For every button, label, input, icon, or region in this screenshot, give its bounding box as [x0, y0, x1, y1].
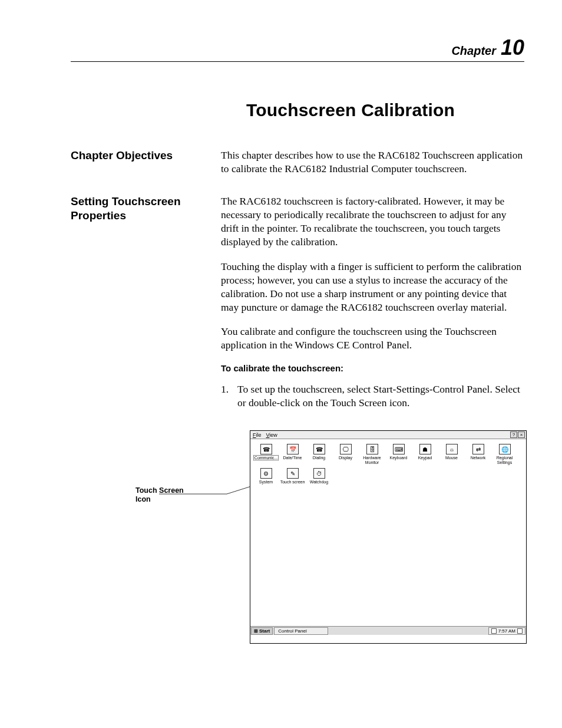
- app-icon: ⍝: [446, 444, 458, 454]
- taskbar-task[interactable]: Control Panel: [274, 627, 328, 635]
- icon-label: Regional Settings: [491, 456, 518, 465]
- app-icon: 📅: [287, 444, 299, 454]
- control-panel-icon[interactable]: 📅Date/Time: [279, 444, 306, 465]
- step-text: To set up the touchscreen, select Start-…: [237, 383, 524, 410]
- procedure-step: 1. To set up the touchscreen, select Sta…: [221, 383, 524, 410]
- control-panel-window: File View ? × ☎Communic...📅Date/Time☎Dia…: [250, 430, 527, 644]
- icon-label: Display: [339, 456, 352, 460]
- icon-label: Watchdog: [310, 480, 328, 484]
- help-button[interactable]: ?: [510, 431, 517, 438]
- control-panel-icon[interactable]: 🖵Display: [332, 444, 359, 465]
- tray-icon[interactable]: [491, 628, 497, 634]
- tray-icon[interactable]: [517, 628, 523, 634]
- icon-label: Date/Time: [283, 456, 302, 460]
- app-icon: ☎: [313, 444, 325, 454]
- figure: Touch Screen Icon File View ? × ☎Communi…: [135, 430, 524, 648]
- section-heading-setting: Setting Touchscreen Properties: [71, 195, 221, 223]
- control-panel-icon[interactable]: ⍝Mouse: [438, 444, 465, 465]
- system-tray: 7:57 AM: [488, 627, 525, 635]
- taskbar: ⊞ Start Control Panel 7:57 AM: [250, 626, 526, 635]
- menu-view[interactable]: View: [266, 432, 277, 438]
- icon-label: Dialing: [313, 456, 325, 460]
- chapter-number: 10: [501, 35, 524, 60]
- procedure-heading: To calibrate the touchscreen:: [221, 363, 524, 374]
- chapter-label: Chapter: [451, 44, 496, 57]
- control-panel-icon[interactable]: 🌐Regional Settings: [491, 444, 518, 465]
- icon-label: Keypad: [418, 456, 432, 460]
- icon-label: Mouse: [445, 456, 458, 460]
- section-heading-objectives: Chapter Objectives: [71, 149, 221, 163]
- page-title: Touchscreen Calibration: [177, 100, 524, 120]
- body-paragraph: Touching the display with a finger is su…: [221, 260, 524, 314]
- start-button[interactable]: ⊞ Start: [251, 627, 273, 635]
- app-icon: ⌨: [393, 444, 405, 454]
- control-panel-icon[interactable]: ⇄Network: [465, 444, 491, 465]
- app-icon: ☎: [260, 444, 272, 454]
- icon-label: Hardware Monitor: [359, 456, 385, 465]
- control-panel-icon[interactable]: 🗄Hardware Monitor: [359, 444, 385, 465]
- start-icon: ⊞: [254, 628, 258, 634]
- close-button[interactable]: ×: [518, 431, 525, 438]
- control-panel-icon[interactable]: ☎Dialing: [306, 444, 332, 465]
- tray-clock: 7:57 AM: [498, 628, 515, 634]
- app-icon: ☗: [419, 444, 431, 454]
- menubar: File View: [250, 431, 526, 439]
- app-icon: ✎: [287, 468, 299, 479]
- start-label: Start: [259, 628, 270, 634]
- callout-leader-line: [159, 494, 247, 506]
- icon-label: Touch screen: [280, 480, 305, 484]
- app-icon: ⇄: [472, 444, 484, 454]
- body-paragraph: You calibrate and configure the touchscr…: [221, 325, 524, 352]
- control-panel-icon[interactable]: ⌨Keyboard: [385, 444, 412, 465]
- control-panel-icon[interactable]: ☎Communic...: [253, 444, 279, 465]
- body-paragraph: The RAC6182 touchscreen is factory-calib…: [221, 195, 524, 249]
- app-icon: 🗄: [366, 444, 378, 454]
- icon-label: Network: [471, 456, 486, 460]
- app-icon: ⏱: [313, 468, 325, 479]
- app-icon: ⚙: [260, 468, 272, 479]
- control-panel-icon[interactable]: ✎Touch screen: [279, 468, 306, 484]
- icon-label: Keyboard: [390, 456, 408, 460]
- body-paragraph: This chapter describes how to use the RA…: [221, 149, 524, 176]
- chapter-heading: Chapter 10: [71, 35, 524, 62]
- control-panel-body: ☎Communic...📅Date/Time☎Dialing🖵Display🗄H…: [250, 439, 526, 635]
- icon-label: System: [259, 480, 273, 484]
- control-panel-icon[interactable]: ⚙System: [253, 468, 279, 484]
- icon-label: Communic...: [253, 456, 279, 460]
- control-panel-icon[interactable]: ⏱Watchdog: [306, 468, 332, 484]
- step-number: 1.: [221, 383, 237, 410]
- app-icon: 🖵: [340, 444, 352, 454]
- control-panel-icon[interactable]: ☗Keypad: [412, 444, 438, 465]
- app-icon: 🌐: [499, 444, 511, 454]
- menu-file[interactable]: File: [253, 432, 262, 438]
